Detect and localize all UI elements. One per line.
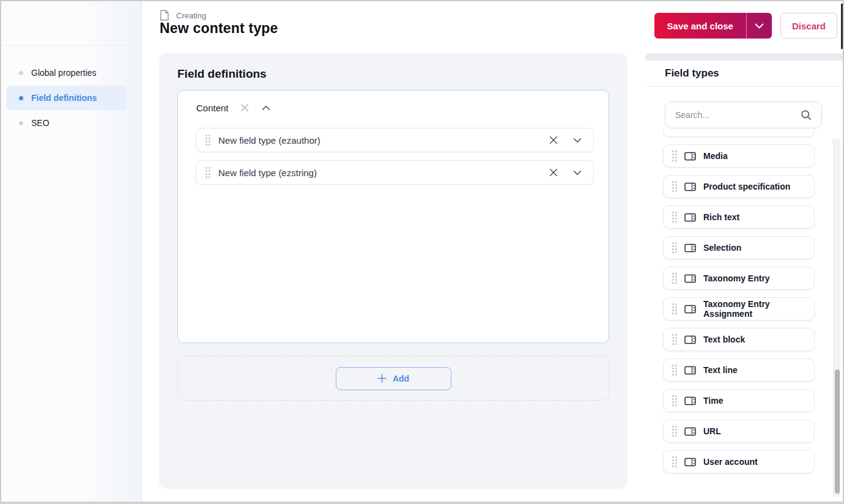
close-icon [549,136,558,144]
drag-handle-icon[interactable] [672,150,677,161]
field-type-label: Product specification [703,182,790,191]
remove-field-button[interactable] [548,135,559,146]
field-type-item-taxonomy-entry-assignment[interactable]: Taxonomy Entry Assignment [663,297,815,321]
add-button[interactable]: Add [336,367,451,390]
field-group-content: Content New field type (ezauthor) [177,90,609,343]
expand-field-button[interactable] [572,136,583,144]
breadcrumb: Creating [160,10,206,21]
bullet-dot-icon [19,71,23,75]
close-icon [549,168,558,177]
field-type-item-product-specification[interactable]: Product specification [663,175,815,198]
field-type-label: Rich text [703,212,739,222]
sidebar-item-global-properties[interactable]: Global properties [6,61,127,85]
panel-top-strip [645,53,843,61]
kicker-label: Creating [176,11,206,20]
drag-handle-icon[interactable] [672,456,677,467]
field-type-item-rich-text[interactable]: Rich text [663,206,815,229]
remove-group-button[interactable] [239,102,250,113]
field-type-item-text-block[interactable]: Text block [663,328,815,351]
field-type-icon [684,152,696,161]
field-definition-label: New field type (ezauthor) [218,135,320,146]
header-actions: Save and close Discard [654,13,837,39]
field-type-label: Taxonomy Entry Assignment [703,299,805,319]
save-and-close-button[interactable]: Save and close [654,13,772,39]
sidebar-header-spacer [1,1,141,46]
drag-handle-icon[interactable] [672,303,677,314]
search-icon [801,109,812,120]
field-type-item-selection[interactable]: Selection [663,236,815,259]
field-group-name: Content [196,103,229,113]
field-type-item-taxonomy-entry[interactable]: Taxonomy Entry [663,267,815,290]
sidebar-item-seo[interactable]: SEO [6,111,127,135]
bullet-dot-icon [19,121,23,125]
section-title: Field definitions [159,53,627,81]
drag-handle-icon[interactable] [672,334,677,345]
drag-handle-icon[interactable] [672,365,677,376]
field-definition-label: New field type (ezstring) [218,168,317,178]
field-type-item-text-line[interactable]: Text line [663,358,815,382]
field-type-label: Media [703,151,728,161]
sidebar-item-label: Global properties [31,68,97,78]
field-type-icon [684,243,696,253]
drag-handle-icon[interactable] [672,181,677,192]
page-title: New content type [160,20,278,37]
chevron-up-icon [262,105,270,111]
drag-handle-icon[interactable] [672,395,677,406]
chevron-down-icon [573,138,582,143]
field-type-label: Taxonomy Entry [703,273,770,283]
field-type-icon [684,305,696,314]
field-types-search[interactable] [665,102,822,128]
field-type-item-user-account[interactable]: User account [663,450,815,473]
close-icon [240,103,249,112]
drag-handle-icon[interactable] [205,167,210,178]
left-sidebar: Global properties Field definitions SEO [1,1,142,502]
sidebar-item-label: Field definitions [31,93,97,103]
page-scrollbar-thumb[interactable] [841,4,843,49]
drag-handle-icon[interactable] [672,212,677,223]
field-types-scrollbar[interactable] [833,139,840,497]
save-options-dropdown[interactable] [746,13,772,39]
scrollbar-thumb[interactable] [835,369,840,494]
add-button-label: Add [393,374,409,384]
search-input[interactable] [675,110,796,120]
sidebar-item-label: SEO [31,118,50,128]
collapse-group-button[interactable] [261,104,272,112]
drag-handle-icon[interactable] [205,135,210,146]
chevron-down-icon [573,170,582,176]
discard-button[interactable]: Discard [780,13,837,39]
sidebar-item-field-definitions[interactable]: Field definitions [6,86,127,110]
page-header: Creating New content type Save and close… [143,1,843,53]
field-type-item-media[interactable]: Media [663,144,815,168]
field-type-item-url[interactable]: URL [663,420,815,443]
field-definition-list: New field type (ezauthor) [178,115,609,185]
field-type-icon [684,366,696,375]
field-type-label: Time [703,396,723,406]
document-icon [160,10,169,21]
field-types-panel: Field types Media Product specification [645,53,843,497]
field-type-icon [684,213,696,222]
drag-handle-icon[interactable] [672,426,677,437]
field-type-label: User account [703,457,758,467]
drag-handle-icon[interactable] [672,242,677,253]
field-type-item-partial[interactable] [663,128,815,137]
drag-handle-icon[interactable] [672,273,677,284]
chevron-down-icon [755,23,764,29]
field-type-item-time[interactable]: Time [663,389,815,412]
field-type-icon [684,427,696,436]
field-type-icon [684,458,696,467]
field-types-list: Media Product specification Rich text Se… [645,128,843,497]
field-definition-row[interactable]: New field type (ezstring) [196,160,594,185]
field-definitions-panel: Field definitions Content New field type… [159,53,627,489]
remove-field-button[interactable] [548,167,559,178]
field-type-icon [684,396,696,406]
expand-field-button[interactable] [572,169,583,177]
field-definition-row[interactable]: New field type (ezauthor) [196,128,594,152]
field-type-icon [684,335,696,344]
add-group-dropzone: Add [177,356,609,401]
field-type-label: Text block [703,335,745,344]
field-type-icon [684,182,696,191]
field-type-label: URL [703,426,721,436]
field-type-label: Text line [703,365,738,375]
save-button-label[interactable]: Save and close [654,13,746,39]
field-types-title: Field types [645,61,843,87]
